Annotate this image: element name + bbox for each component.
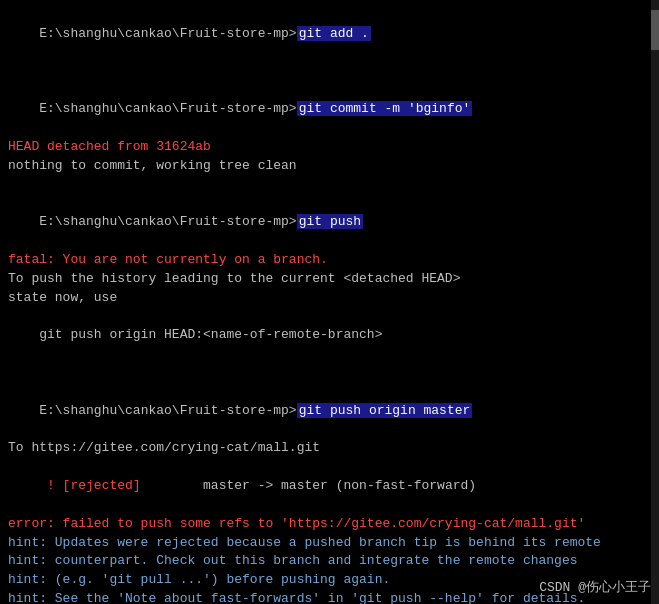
line-3: E:\shanghu\cankao\Fruit-store-mp>git com… xyxy=(8,81,651,138)
rejected-text: ! [rejected] xyxy=(39,478,140,493)
line-1: E:\shanghu\cankao\Fruit-store-mp>git add… xyxy=(8,6,651,63)
line-blank-3 xyxy=(8,308,651,327)
cmd-1: git add . xyxy=(297,26,371,41)
line-15: E:\shanghu\cankao\Fruit-store-mp>git pus… xyxy=(8,383,651,440)
line-19: hint: Updates were rejected because a pu… xyxy=(8,534,651,553)
line-blank-1 xyxy=(8,63,651,82)
prompt-1: E:\shanghu\cankao\Fruit-store-mp> xyxy=(39,26,296,41)
scrollbar-thumb[interactable] xyxy=(651,10,659,50)
line-16: To https://gitee.com/crying-cat/mall.git xyxy=(8,439,651,458)
line-blank-4 xyxy=(8,345,651,364)
line-18: error: failed to push some refs to 'http… xyxy=(8,515,651,534)
line-4: HEAD detached from 31624ab xyxy=(8,138,651,157)
line-12: git push origin HEAD:<name-of-remote-bra… xyxy=(8,326,651,345)
line-20: hint: counterpart. Check out this branch… xyxy=(8,552,651,571)
line-8: fatal: You are not currently on a branch… xyxy=(8,251,651,270)
prompt-7: E:\shanghu\cankao\Fruit-store-mp> xyxy=(39,214,296,229)
line-9: To push the history leading to the curre… xyxy=(8,270,651,289)
prompt-3: E:\shanghu\cankao\Fruit-store-mp> xyxy=(39,101,296,116)
line-7: E:\shanghu\cankao\Fruit-store-mp>git pus… xyxy=(8,194,651,251)
line-blank-5 xyxy=(8,364,651,383)
cmd-7: git push xyxy=(297,214,363,229)
line-17: ! [rejected] master -> master (non-fast-… xyxy=(8,458,651,515)
line-5: nothing to commit, working tree clean xyxy=(8,157,651,176)
watermark: CSDN @伤心小王子 xyxy=(539,578,651,596)
cmd-15: git push origin master xyxy=(297,403,473,418)
cmd-3: git commit -m 'bginfo' xyxy=(297,101,473,116)
prompt-15: E:\shanghu\cankao\Fruit-store-mp> xyxy=(39,403,296,418)
scrollbar[interactable] xyxy=(651,0,659,604)
line-10: state now, use xyxy=(8,289,651,308)
rejected-detail: master -> master (non-fast-forward) xyxy=(141,478,476,493)
line-blank-2 xyxy=(8,176,651,195)
terminal: E:\shanghu\cankao\Fruit-store-mp>git add… xyxy=(0,0,659,604)
